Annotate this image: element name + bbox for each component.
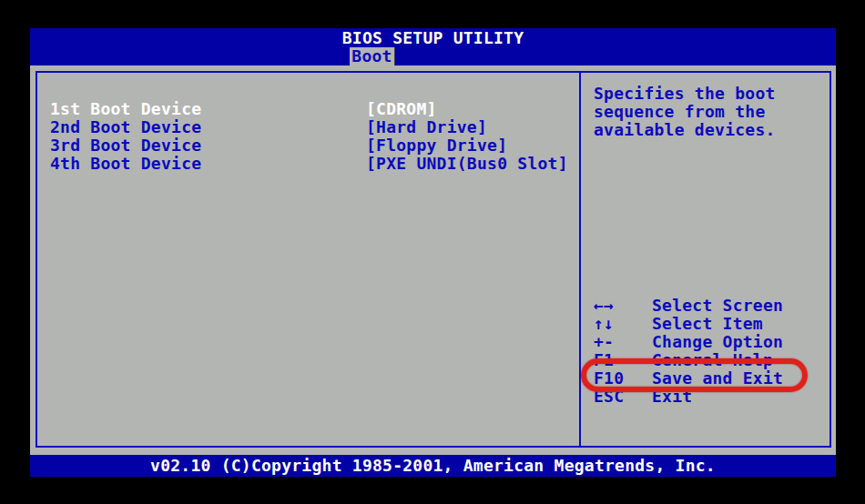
boot-option-1st[interactable]: 1st Boot Device [CDROM] bbox=[37, 100, 579, 118]
boot-option-label: 1st Boot Device bbox=[50, 99, 201, 118]
legend-change-option: +- Change Option bbox=[581, 333, 829, 351]
boot-option-label: 2nd Boot Device bbox=[50, 117, 201, 136]
boot-option-value[interactable]: [PXE UNDI(Bus0 Slot] bbox=[366, 155, 568, 173]
boot-option-value[interactable]: [Hard Drive] bbox=[366, 118, 487, 136]
help-line: sequence from the bbox=[594, 103, 829, 121]
key-esc: ESC bbox=[594, 388, 624, 406]
key-f10: F10 bbox=[594, 369, 624, 388]
copyright-bar: v02.10 (C)Copyright 1985-2001, American … bbox=[30, 455, 836, 477]
legend-select-item: ↑↓ Select Item bbox=[581, 315, 829, 333]
boot-options-panel: 1st Boot Device [CDROM] 2nd Boot Device … bbox=[37, 73, 581, 446]
legend-action: Change Option bbox=[652, 333, 783, 351]
boot-option-label: 4th Boot Device bbox=[50, 154, 201, 173]
boot-option-3rd[interactable]: 3rd Boot Device [Floppy Drive] bbox=[37, 136, 579, 155]
help-panel: Specifies the boot sequence from the ava… bbox=[581, 73, 829, 446]
plus-minus-icon: +- bbox=[594, 333, 614, 351]
boot-option-value[interactable]: [Floppy Drive] bbox=[366, 136, 507, 155]
boot-option-2nd[interactable]: 2nd Boot Device [Hard Drive] bbox=[37, 118, 579, 136]
boot-option-4th[interactable]: 4th Boot Device [PXE UNDI(Bus0 Slot] bbox=[37, 155, 579, 173]
arrows-leftright-icon: ←→ bbox=[594, 297, 614, 315]
bios-setup-screenshot: BIOS SETUP UTILITY Boot 1st Boot Device … bbox=[0, 0, 865, 504]
legend-action: Exit bbox=[652, 388, 692, 406]
legend-action: General Help bbox=[652, 351, 773, 369]
key-legend: ←→ Select Screen ↑↓ Select Item +- Chang… bbox=[581, 297, 829, 406]
legend-exit: ESC Exit bbox=[581, 388, 829, 406]
help-line: available devices. bbox=[594, 121, 829, 139]
arrows-updown-icon: ↑↓ bbox=[594, 315, 614, 333]
tab-boot[interactable]: Boot bbox=[350, 47, 395, 66]
boot-option-label: 3rd Boot Device bbox=[50, 136, 201, 155]
help-text: Specifies the boot sequence from the ava… bbox=[581, 73, 829, 139]
key-f1: F1 bbox=[594, 351, 614, 369]
boot-option-value[interactable]: [CDROM] bbox=[366, 100, 437, 118]
page-title: BIOS SETUP UTILITY bbox=[30, 29, 836, 47]
title-bar: BIOS SETUP UTILITY Boot bbox=[30, 28, 836, 66]
main-panel: 1st Boot Device [CDROM] 2nd Boot Device … bbox=[36, 71, 831, 448]
legend-general-help: F1 General Help bbox=[581, 351, 829, 369]
legend-select-screen: ←→ Select Screen bbox=[581, 297, 829, 315]
legend-action: Save and Exit bbox=[652, 369, 783, 388]
legend-save-and-exit: F10 Save and Exit bbox=[581, 369, 829, 388]
help-line: Specifies the boot bbox=[594, 85, 829, 103]
legend-action: Select Screen bbox=[652, 297, 783, 315]
legend-action: Select Item bbox=[652, 315, 763, 333]
bios-screen: BIOS SETUP UTILITY Boot 1st Boot Device … bbox=[30, 28, 836, 477]
